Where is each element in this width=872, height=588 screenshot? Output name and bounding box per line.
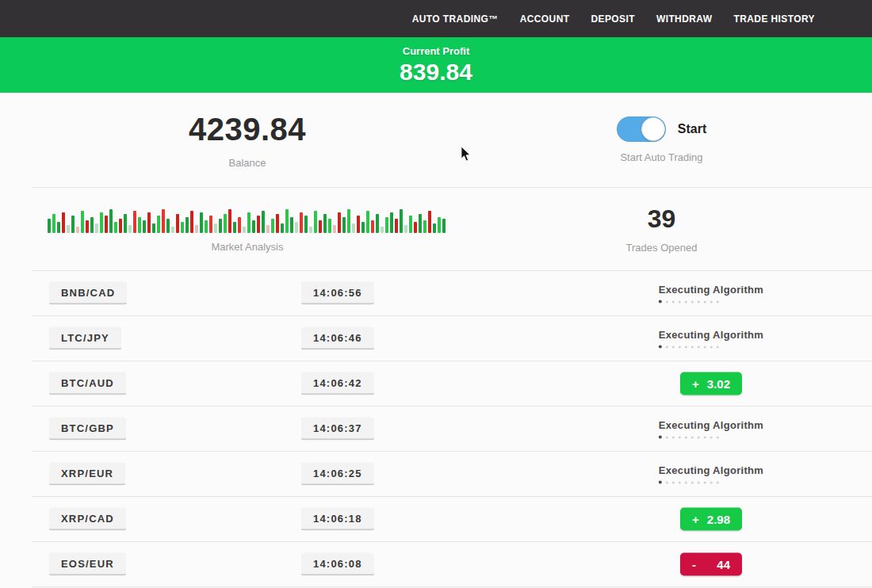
progress-dot — [685, 300, 687, 303]
toggle-start-label: Start — [678, 122, 706, 136]
chart-bar — [400, 209, 403, 233]
progress-dot — [685, 481, 687, 483]
progress-dot — [717, 481, 719, 483]
executing-label: Executing Algorithm — [659, 419, 763, 431]
toggle-knob — [641, 117, 665, 141]
chart-bar — [442, 219, 446, 233]
chart-bar — [347, 209, 350, 233]
progress-dots — [659, 346, 763, 349]
progress-dot — [659, 300, 662, 304]
table-row: XRP/CAD 14:06:18 + 2.98 — [0, 497, 872, 541]
nav-deposit[interactable]: DEPOSIT — [591, 13, 634, 25]
chart-bar — [200, 212, 203, 233]
progress-dot — [710, 300, 713, 303]
time-badge: 14:06:46 — [301, 327, 374, 350]
result-badge: + 3.02 — [680, 372, 742, 395]
trades-list: BNB/CAD 14:06:56 Executing Algorithm LTC… — [0, 270, 872, 587]
chart-bar — [319, 220, 322, 233]
table-row: XRP/EUR 14:06:25 Executing Algorithm — [0, 452, 872, 496]
result-sign: + — [692, 377, 699, 391]
result-badge: + 2.98 — [680, 508, 742, 531]
table-row: LTC/JPY 14:06:46 Executing Algorithm — [0, 316, 872, 361]
market-analysis-label: Market Analysis — [211, 241, 283, 253]
table-row: BTC/GBP 14:06:37 Executing Algorithm — [0, 407, 872, 451]
chart-bar — [281, 223, 284, 233]
chart-bar — [385, 217, 388, 233]
pair-badge: BNB/CAD — [49, 282, 127, 305]
progress-dot — [698, 481, 700, 483]
chart-bar — [309, 227, 312, 233]
progress-dot — [659, 436, 662, 439]
pair-badge: BTC/GBP — [49, 418, 126, 441]
trade-status: Executing Algorithm — [659, 419, 763, 439]
chart-bar — [109, 209, 113, 233]
chart-bar — [57, 222, 60, 233]
progress-dot — [704, 346, 706, 348]
chart-bar — [81, 211, 84, 233]
chart-bar — [138, 217, 141, 233]
progress-dot — [698, 436, 700, 438]
trades-opened-block: 39 Trades Opened — [495, 188, 828, 270]
current-profit-banner: Current Profit 839.84 — [0, 37, 872, 93]
chart-bar — [90, 217, 94, 233]
chart-bar — [295, 222, 298, 233]
progress-dot — [672, 481, 675, 483]
chart-bar — [357, 216, 360, 233]
market-analysis-block: Market Analysis — [0, 188, 495, 270]
progress-dot — [710, 346, 713, 348]
executing-status: Executing Algorithm — [659, 464, 763, 484]
progress-dot — [710, 481, 713, 483]
progress-dot — [717, 346, 719, 348]
executing-status: Executing Algorithm — [659, 284, 763, 304]
chart-bar — [209, 216, 212, 233]
row-divider — [32, 586, 872, 587]
nav-trade-history[interactable]: TRADE HISTORY — [733, 13, 815, 25]
trade-status: Executing Algorithm — [659, 464, 763, 484]
chart-bar — [338, 212, 341, 233]
progress-dot — [672, 300, 675, 303]
auto-trading-block: Start Start Auto Trading — [495, 93, 828, 187]
chart-bar — [100, 212, 103, 233]
chart-bar — [133, 211, 136, 233]
table-row: BNB/CAD 14:06:56 Executing Algorithm — [0, 271, 872, 315]
progress-dot — [672, 346, 675, 348]
chart-bar — [128, 225, 132, 233]
chart-bar — [371, 220, 374, 233]
chart-bar — [176, 214, 179, 233]
nav-auto-trading[interactable]: AUTO TRADING™ — [412, 13, 499, 25]
result-value: 3.02 — [707, 377, 730, 391]
nav-withdraw[interactable]: WITHDRAW — [656, 13, 713, 25]
chart-bar — [276, 214, 279, 233]
time-badge: 14:06:08 — [301, 553, 374, 576]
chart-bar — [71, 216, 75, 233]
progress-dot — [666, 436, 668, 438]
chart-bar — [352, 223, 355, 233]
chart-bar — [266, 225, 270, 233]
result-value: 44 — [717, 558, 730, 571]
executing-status: Executing Algorithm — [659, 329, 763, 349]
chart-bar — [228, 209, 231, 233]
progress-dot — [659, 346, 662, 349]
chart-bar — [366, 211, 369, 233]
chart-bar — [224, 214, 227, 233]
chart-bar — [390, 212, 393, 233]
progress-dot — [691, 300, 694, 303]
progress-dot — [666, 481, 668, 483]
chart-bar — [438, 217, 441, 233]
chart-bar — [238, 217, 241, 233]
chart-bar — [171, 227, 174, 233]
pair-badge: XRP/CAD — [49, 508, 126, 531]
progress-dots — [659, 300, 763, 304]
chart-bar — [404, 225, 407, 233]
result-sign: + — [692, 513, 699, 526]
chart-bar — [76, 227, 79, 233]
time-badge: 14:06:42 — [301, 372, 374, 395]
chart-bar — [152, 223, 155, 233]
chart-bar — [67, 225, 70, 233]
progress-dot — [691, 436, 694, 438]
start-auto-trading-label: Start Auto Trading — [620, 151, 702, 163]
progress-dot — [717, 300, 719, 303]
progress-dot — [710, 436, 713, 438]
start-auto-trading-toggle[interactable] — [617, 116, 666, 142]
nav-account[interactable]: ACCOUNT — [520, 13, 570, 25]
